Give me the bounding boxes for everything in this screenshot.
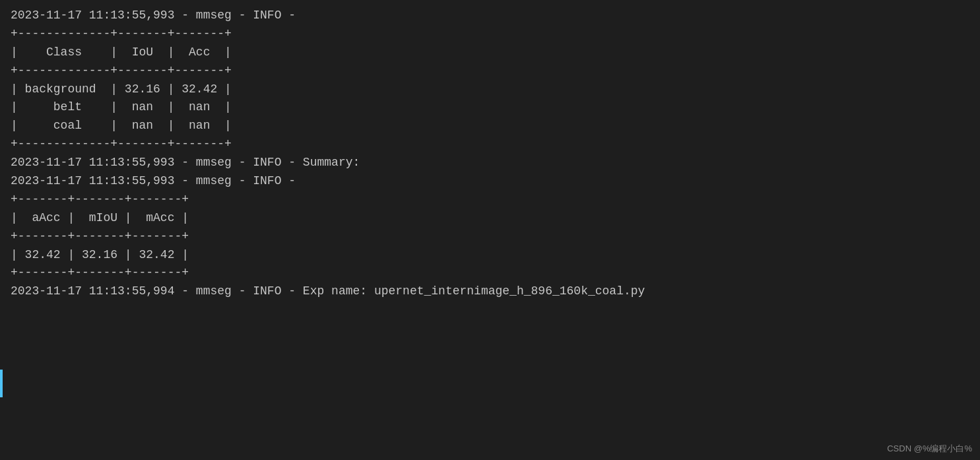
terminal-window: 2023-11-17 11:13:55,993 - mmseg - INFO -… (0, 0, 980, 460)
terminal-output: 2023-11-17 11:13:55,993 - mmseg - INFO -… (11, 7, 969, 301)
watermark: CSDN @%编程小白% (887, 442, 972, 455)
blue-accent-bar (0, 370, 3, 397)
